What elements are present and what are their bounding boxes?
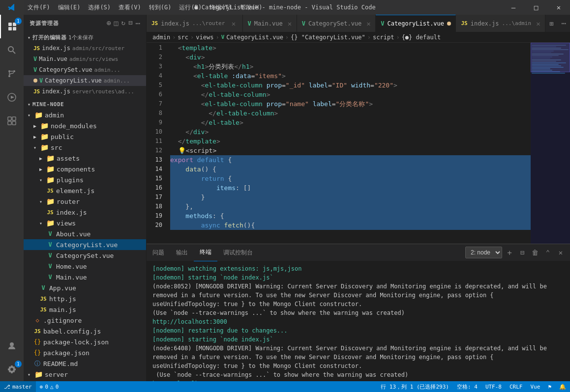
tab-bar-more-icon[interactable]: ⋯	[557, 15, 570, 32]
breadcrumb-default[interactable]: {●} default	[402, 34, 441, 41]
collapse-all-icon[interactable]: ⊟	[128, 19, 132, 28]
tree-item-plugins[interactable]: ▾ 📁 plugins	[24, 174, 146, 185]
tree-item-main-vue[interactable]: V Main.vue	[24, 272, 146, 282]
tree-item-babel-config[interactable]: JS babel.config.js	[24, 326, 146, 336]
status-spaces[interactable]: 空格: 4	[453, 381, 481, 392]
tree-item-assets[interactable]: ▶ 📁 assets	[24, 153, 146, 164]
open-editor-server-index[interactable]: JS index.js server\routes\ad...	[24, 86, 146, 97]
code-line-10: </div>	[170, 127, 531, 137]
activity-item-settings[interactable]: 1	[0, 358, 24, 381]
menu-select[interactable]: 选择(S)	[84, 0, 115, 15]
panel-tab-debug[interactable]: 调试控制台	[217, 244, 259, 261]
activity-item-run[interactable]	[0, 85, 24, 109]
minimize-button[interactable]: —	[502, 0, 525, 15]
tab-categorylist-vue-active[interactable]: V CategoryList.vue	[376, 15, 456, 32]
new-file-icon[interactable]: ⊕	[106, 19, 111, 28]
more-actions-icon[interactable]: ⋯	[135, 19, 140, 28]
tab-close-icon[interactable]: ✕	[366, 20, 370, 28]
close-panel-icon[interactable]: ✕	[555, 247, 566, 258]
tree-item-node-modules[interactable]: ▶ 📁 node_modules	[24, 120, 146, 131]
tree-item-http-js[interactable]: JS http.js	[24, 293, 146, 304]
tree-item-server[interactable]: ▾ 📁 server	[24, 369, 146, 380]
tab-categoryset-vue[interactable]: V CategorySet.vue ✕	[297, 15, 376, 32]
svg-rect-11	[8, 117, 11, 120]
tree-item-readme[interactable]: ⓘ README.md	[24, 358, 146, 369]
tree-item-router-index[interactable]: JS index.js	[24, 207, 146, 218]
kill-terminal-icon[interactable]: 🗑	[530, 247, 540, 258]
activity-item-account[interactable]	[0, 334, 24, 358]
tab-main-vue[interactable]: V Main.vue ✕	[243, 15, 297, 32]
breadcrumb-file[interactable]: CategoryList.vue	[226, 34, 283, 41]
panel-tab-terminal-active[interactable]: 终端	[194, 244, 217, 261]
tree-item-router[interactable]: ▾ 📁 router	[24, 196, 146, 207]
add-terminal-icon[interactable]: +	[504, 247, 515, 258]
open-editor-categoryset-vue[interactable]: V CategorySet.vue admin...	[24, 64, 146, 75]
tab-bar-split-icon[interactable]: ⊞	[545, 15, 557, 32]
status-encoding[interactable]: UTF-8	[481, 381, 506, 392]
project-section-header[interactable]: ▾ MINE-NODE	[24, 99, 146, 110]
code-line-14: data() {	[170, 165, 531, 174]
svg-point-6	[8, 75, 10, 77]
code-content[interactable]: <template> <div> <h1>分类列表</h1> <el-table…	[166, 43, 531, 244]
folder-icon: 📁	[34, 111, 43, 119]
tree-item-home-vue[interactable]: V Home.vue	[24, 261, 146, 272]
activity-item-explorer[interactable]: 1	[0, 15, 24, 38]
new-folder-icon[interactable]: ◫	[114, 19, 118, 28]
menu-goto[interactable]: 转到(G)	[145, 0, 176, 15]
maximize-panel-icon[interactable]: ⌃	[542, 247, 553, 258]
activity-item-extensions[interactable]	[0, 109, 24, 133]
tree-item-views[interactable]: ▾ 📁 views	[24, 218, 146, 228]
tab-index-js-router[interactable]: JS index.js ...\router ✕	[147, 15, 243, 32]
tree-item-gitignore[interactable]: ◇ .gitignore	[24, 315, 146, 326]
tree-item-main-js[interactable]: JS main.js	[24, 304, 146, 315]
breadcrumb-src[interactable]: src	[178, 34, 188, 41]
tab-close-icon[interactable]: ✕	[288, 20, 292, 28]
tab-index-js-admin[interactable]: JS index.js ...\admin ✕	[456, 15, 545, 32]
project-name: MINE-NODE	[32, 101, 64, 108]
breadcrumb-symbol1[interactable]: {} "CategoryList.vue"	[291, 34, 365, 41]
tree-item-element-js[interactable]: JS element.js	[24, 185, 146, 196]
panel-tab-problems[interactable]: 问题	[147, 244, 170, 261]
breadcrumb-admin[interactable]: admin	[152, 34, 170, 41]
terminal-instance-select[interactable]: 2: node	[465, 247, 502, 258]
tree-item-app-vue[interactable]: V App.vue	[24, 282, 146, 293]
tree-item-about-vue[interactable]: V About.vue	[24, 228, 146, 239]
status-position[interactable]: 行 13，列 1 (已选择293)	[377, 381, 453, 392]
breadcrumb-views[interactable]: views	[196, 34, 213, 41]
status-notifications-icon[interactable]: 🔔	[555, 381, 570, 392]
breadcrumb-script[interactable]: script	[373, 34, 394, 41]
status-branch[interactable]: ⎇ master	[0, 381, 36, 392]
tab-close-icon[interactable]: ✕	[536, 20, 540, 28]
menu-edit[interactable]: 编辑(E)	[54, 0, 85, 15]
tab-close-icon[interactable]: ✕	[230, 20, 237, 28]
tree-item-package-lock[interactable]: {} package-lock.json	[24, 336, 146, 347]
status-errors[interactable]: ⊗ 0 △ 0	[36, 381, 63, 392]
status-feedback-icon[interactable]: ⚑	[544, 381, 555, 392]
close-button[interactable]: ✕	[547, 0, 570, 15]
panel-tab-output[interactable]: 输出	[170, 244, 194, 261]
activity-item-git[interactable]	[0, 62, 24, 85]
menu-file[interactable]: 文件(F)	[24, 0, 54, 15]
tree-item-admin[interactable]: ▾ 📁 admin	[24, 110, 146, 120]
status-language[interactable]: Vue	[527, 381, 544, 392]
refresh-icon[interactable]: ↻	[121, 19, 125, 28]
open-editor-main-vue[interactable]: V Main.vue admin/src/views	[24, 54, 146, 64]
line-num: 4	[147, 71, 162, 81]
tree-item-package-json[interactable]: {} package.json	[24, 347, 146, 358]
tree-item-label: App.vue	[49, 284, 76, 292]
activity-item-search[interactable]	[0, 38, 24, 62]
line-num: 14	[147, 165, 162, 174]
tree-item-categoryset-vue[interactable]: V CategorySet.vue	[24, 250, 146, 261]
open-editors-section-header[interactable]: ▾ 打开的编辑器 1个未保存	[24, 32, 146, 43]
tree-item-public[interactable]: ▶ 📁 public	[24, 131, 146, 142]
tree-item-src[interactable]: ▾ 📁 src	[24, 142, 146, 153]
open-editor-categorylist-vue[interactable]: V CategoryList.vue admin...	[24, 75, 146, 86]
maximize-button[interactable]: □	[525, 0, 547, 15]
split-terminal-icon[interactable]: ⊟	[517, 247, 528, 258]
tree-item-components[interactable]: ▶ 📁 components	[24, 164, 146, 174]
terminal-content[interactable]: [nodemon] watching extensions: js,mjs,js…	[147, 261, 570, 381]
status-line-ending[interactable]: CRLF	[506, 381, 527, 392]
tree-item-categorylist-vue[interactable]: V CategoryList.vue	[24, 239, 146, 250]
menu-view[interactable]: 查看(V)	[115, 0, 145, 15]
open-editor-index-js[interactable]: JS index.js admin/src/router	[24, 43, 146, 54]
